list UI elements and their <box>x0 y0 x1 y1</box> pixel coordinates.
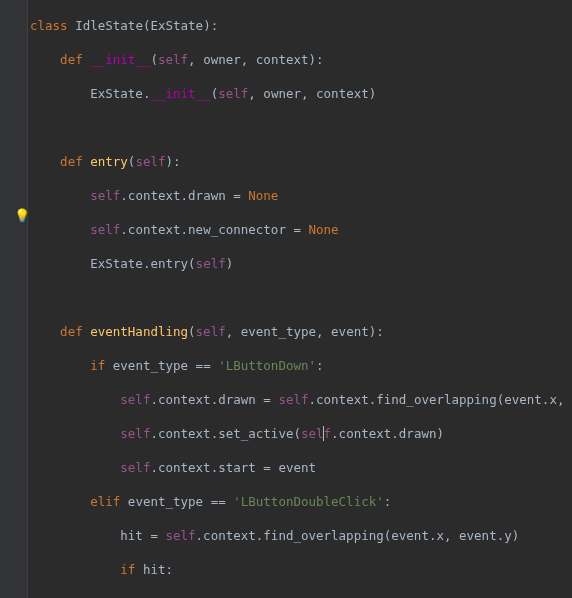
attr: y <box>504 528 512 543</box>
punct: : <box>316 52 324 67</box>
punct: ( <box>150 52 158 67</box>
attr: context <box>158 426 211 441</box>
self: self <box>196 324 226 339</box>
none: None <box>248 188 278 203</box>
punct: : <box>165 562 173 577</box>
fn-init: __init__ <box>90 52 150 67</box>
punct: ) <box>166 154 174 169</box>
var: event <box>504 392 542 407</box>
punct: . <box>181 222 189 237</box>
attr: context <box>128 188 181 203</box>
self: self <box>120 392 150 407</box>
punct: ( <box>188 256 196 271</box>
keyword-if: if <box>120 562 135 577</box>
keyword-elif: elif <box>90 494 120 509</box>
attr: context <box>128 222 181 237</box>
punct: ) <box>436 426 444 441</box>
punct: : <box>384 494 392 509</box>
string: 'LButtonDown' <box>218 358 316 373</box>
fn-entry: entry <box>90 154 128 169</box>
punct: ( <box>188 324 196 339</box>
attr: x <box>436 528 444 543</box>
punct: , <box>316 324 331 339</box>
attr: drawn <box>399 426 437 441</box>
attr: context <box>203 528 256 543</box>
param: context <box>256 52 309 67</box>
punct: ) <box>512 528 520 543</box>
attr: x <box>549 392 557 407</box>
punct: ) <box>226 256 234 271</box>
var: event <box>459 528 497 543</box>
attr: drawn <box>188 188 226 203</box>
var: event <box>278 460 316 475</box>
self: self <box>90 222 120 237</box>
param: event <box>331 324 369 339</box>
punct: , <box>557 392 572 407</box>
keyword-if: if <box>90 358 105 373</box>
punct: : <box>316 358 324 373</box>
string: 'LButtonDoubleClick' <box>233 494 384 509</box>
keyword-def: def <box>60 52 83 67</box>
attr: new_connector <box>188 222 286 237</box>
punct: = <box>286 222 309 237</box>
punct: . <box>150 426 158 441</box>
punct: ( <box>293 426 301 441</box>
self: self <box>301 426 331 441</box>
var: event_type <box>128 494 203 509</box>
var: event <box>391 528 429 543</box>
punct: = <box>143 528 166 543</box>
fn-eventhandling: eventHandling <box>90 324 188 339</box>
keyword-class: class <box>30 18 68 33</box>
punct: . <box>181 188 189 203</box>
fn-init: __init__ <box>150 86 210 101</box>
self: self <box>165 528 195 543</box>
var: hit <box>120 528 143 543</box>
method: find_overlapping <box>376 392 496 407</box>
punct: : <box>376 324 384 339</box>
attr: drawn <box>218 392 256 407</box>
self: self <box>135 154 165 169</box>
var: event_type <box>113 358 188 373</box>
punct: , <box>444 528 459 543</box>
punct: . <box>309 392 317 407</box>
base-class: ExState <box>150 18 203 33</box>
punct: ) <box>369 86 377 101</box>
attr: start <box>218 460 256 475</box>
punct: = <box>256 460 279 475</box>
code-area[interactable]: class IdleState(ExState): def __init__(s… <box>28 0 572 598</box>
self: self <box>196 256 226 271</box>
method: set_active <box>218 426 293 441</box>
class-name: IdleState <box>75 18 143 33</box>
punct: == <box>203 494 233 509</box>
punct: , <box>301 86 316 101</box>
punct: , <box>188 52 203 67</box>
punct: : <box>173 154 181 169</box>
param: owner <box>263 86 301 101</box>
attr: context <box>316 392 369 407</box>
punct: . <box>120 188 128 203</box>
self: self <box>218 86 248 101</box>
punct: . <box>150 392 158 407</box>
punct: . <box>331 426 339 441</box>
punct: . <box>391 426 399 441</box>
text-caret <box>323 426 324 441</box>
punct: = <box>256 392 279 407</box>
punct: , <box>248 86 263 101</box>
param: context <box>316 86 369 101</box>
punct: , <box>241 52 256 67</box>
punct: . <box>120 222 128 237</box>
self: self <box>158 52 188 67</box>
self: self <box>120 426 150 441</box>
self: self <box>90 188 120 203</box>
punct: = <box>226 188 249 203</box>
keyword-def: def <box>60 154 83 169</box>
self: self <box>120 460 150 475</box>
ref: ExState <box>90 256 143 271</box>
none: None <box>309 222 339 237</box>
attr: context <box>158 460 211 475</box>
method: find_overlapping <box>263 528 383 543</box>
punct: : <box>211 18 219 33</box>
gutter: 💡 <box>0 0 28 598</box>
punct: ) <box>203 18 211 33</box>
punct: . <box>196 528 204 543</box>
